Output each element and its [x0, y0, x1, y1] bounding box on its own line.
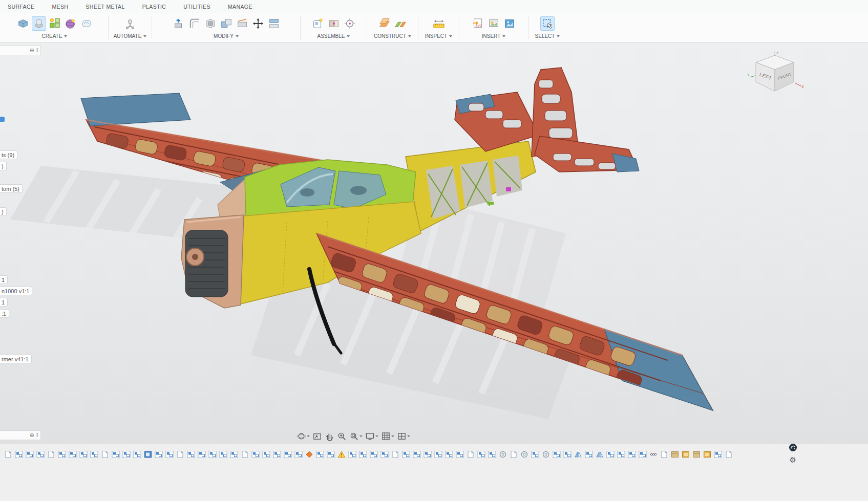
timeline-feature-comp-icon[interactable]	[90, 450, 98, 459]
timeline-feature-page-icon[interactable]	[101, 450, 109, 459]
browser-item-fragment[interactable]: rmer v41:1	[0, 355, 32, 363]
timeline-feature-comp-icon[interactable]	[714, 450, 722, 459]
timeline-feature-comp-icon[interactable]	[327, 450, 335, 459]
timeline-feature-comp-icon[interactable]	[251, 450, 260, 459]
new-component-icon[interactable]	[311, 16, 325, 31]
nav-display-settings-icon[interactable]	[365, 431, 379, 441]
timeline-feature-page-icon[interactable]	[725, 450, 733, 459]
timeline-feature-comp-icon[interactable]	[585, 450, 593, 459]
timeline-feature-comp-icon[interactable]	[359, 450, 367, 459]
nav-pan-icon[interactable]	[324, 431, 335, 441]
insert-dropdown[interactable]: INSERT	[482, 33, 506, 39]
resize-grip-icon[interactable]: ‖	[36, 48, 38, 53]
assemble-dropdown[interactable]: ASSEMBLE	[317, 33, 350, 39]
timeline-feature-comp-icon[interactable]	[208, 450, 217, 459]
split-icon[interactable]	[235, 16, 249, 31]
timeline-feature-comp-icon[interactable]	[155, 450, 163, 459]
browser-item-fragment[interactable]: 1	[0, 275, 8, 284]
extrude-icon[interactable]	[32, 16, 46, 31]
timeline-feature-page-icon[interactable]	[467, 450, 475, 459]
nav-orbit-icon[interactable]	[296, 431, 310, 441]
timeline-feature-comp-icon[interactable]	[370, 450, 378, 459]
timeline-feature-page-icon[interactable]	[176, 450, 184, 459]
timeline-feature-page-icon[interactable]	[391, 450, 399, 459]
plane-offset-icon[interactable]	[377, 16, 392, 31]
timeline-feature-comp-icon[interactable]	[112, 450, 120, 459]
timeline-feature-comp-icon[interactable]	[628, 450, 636, 459]
measure-icon[interactable]	[432, 16, 446, 31]
browser-panel-header[interactable]: ⊖‖	[0, 46, 41, 55]
timeline-feature-comp-icon[interactable]	[15, 450, 23, 459]
timeline-feature-comp-icon[interactable]	[456, 450, 464, 459]
timeline-feature-circle-icon[interactable]	[499, 450, 507, 459]
timeline-feature-comp-icon[interactable]	[477, 450, 485, 459]
timeline-feature-page-icon[interactable]	[47, 450, 55, 459]
combine-icon[interactable]	[219, 16, 234, 31]
timeline-feature-comp-icon[interactable]	[380, 450, 389, 459]
timeline-feature-comp-icon[interactable]	[294, 450, 303, 459]
menu-tab-surface[interactable]: SURFACE	[8, 4, 34, 10]
browser-item-fragment[interactable]: ts (9)	[0, 150, 17, 159]
timeline-feature-comp-icon[interactable]	[402, 450, 410, 459]
shell-icon[interactable]	[203, 16, 218, 31]
timeline-feature-comp-icon[interactable]	[273, 450, 281, 459]
select-dropdown[interactable]: SELECT	[535, 33, 560, 39]
resize-grip-icon[interactable]: ‖	[36, 432, 38, 438]
construct-dropdown[interactable]: CONSTRUCT	[374, 33, 411, 39]
timeline-feature-comp-icon[interactable]	[198, 450, 206, 459]
timeline-feature-tan-icon[interactable]	[692, 450, 701, 459]
timeline-feature-comp-icon[interactable]	[553, 450, 561, 459]
timeline-feature-comp-icon[interactable]	[187, 450, 195, 459]
timeline-feature-comp-icon[interactable]	[79, 450, 88, 459]
timeline-feature-comp-icon[interactable]	[639, 450, 647, 459]
form-icon[interactable]	[79, 16, 94, 31]
menu-tab-sheet-metal[interactable]: SHEET METAL	[86, 4, 124, 10]
browser-item-fragment[interactable]: 1	[0, 298, 8, 307]
circle-minus-icon[interactable]: ⊖	[30, 47, 34, 54]
midplane-icon[interactable]	[393, 16, 408, 31]
timeline-feature-comp-icon[interactable]	[434, 450, 442, 459]
joint-icon[interactable]	[327, 16, 341, 31]
align-icon[interactable]	[267, 16, 281, 31]
timeline-feature-comp-icon[interactable]	[26, 450, 34, 459]
nav-zoom-window-icon[interactable]	[349, 431, 363, 441]
timeline-feature-comp-icon[interactable]	[58, 450, 66, 459]
pattern-icon[interactable]	[48, 16, 62, 31]
timeline-feature-gold-icon[interactable]	[682, 450, 690, 459]
press-pull-icon[interactable]	[172, 16, 186, 31]
timeline-settings-gear-icon[interactable]: ⚙	[790, 456, 796, 464]
joint-origin-icon[interactable]	[343, 16, 357, 31]
menu-tab-plastic[interactable]: PLASTIC	[142, 4, 166, 10]
nav-look-at-icon[interactable]	[312, 431, 323, 441]
canvas-icon[interactable]	[502, 16, 517, 31]
timeline-feature-comp-icon[interactable]	[36, 450, 45, 459]
decal-icon[interactable]	[486, 16, 501, 31]
move-icon[interactable]	[251, 16, 265, 31]
timeline-feature-comp-icon[interactable]	[531, 450, 539, 459]
menu-tab-mesh[interactable]: MESH	[52, 4, 68, 10]
nav-viewports-icon[interactable]	[396, 431, 411, 441]
browser-item-fragment[interactable]: )	[0, 162, 7, 170]
timeline-feature-page-icon[interactable]	[241, 450, 249, 459]
timeline-feature-circle-icon[interactable]	[542, 450, 550, 459]
timeline-feature-mirror-icon[interactable]	[574, 450, 582, 459]
timeline-feature-comp-icon[interactable]	[219, 450, 227, 459]
timeline-feature-comp-icon[interactable]	[230, 450, 238, 459]
timeline-feature-warn-icon[interactable]	[337, 450, 346, 459]
timeline-feature-comp-icon[interactable]	[606, 450, 615, 459]
timeline-feature-comp-icon[interactable]	[133, 450, 141, 459]
inspect-dropdown[interactable]: INSPECT	[425, 33, 452, 39]
fillet-icon[interactable]	[187, 16, 202, 31]
browser-item-fragment[interactable]: tom (5)	[0, 184, 23, 193]
circle-plus-icon[interactable]: ⊕	[30, 432, 34, 439]
timeline-feature-compfill-icon[interactable]	[144, 450, 152, 459]
assistant-icon[interactable]	[789, 444, 797, 451]
timeline-feature-page-icon[interactable]	[510, 450, 518, 459]
select-icon[interactable]	[540, 16, 555, 31]
timeline-feature-comp-icon[interactable]	[563, 450, 571, 459]
sphere-icon[interactable]	[63, 16, 78, 31]
timeline-feature-page-icon[interactable]	[660, 450, 668, 459]
menu-tab-manage[interactable]: MANAGE	[228, 4, 252, 10]
timeline-feature-tan-icon[interactable]	[671, 450, 679, 459]
browser-panel-footer[interactable]: ⊕‖	[0, 430, 41, 440]
